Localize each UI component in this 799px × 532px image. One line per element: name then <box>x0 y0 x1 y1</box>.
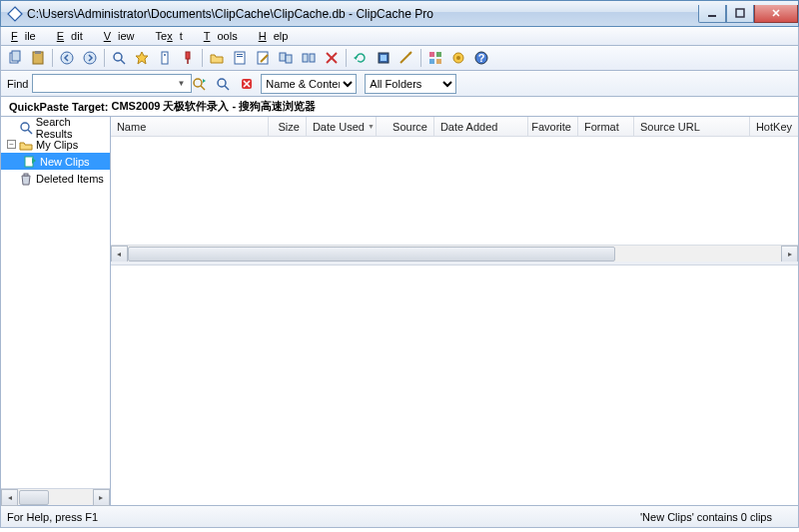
tree-label: My Clips <box>36 139 78 151</box>
tree-node-new-clips[interactable]: New Clips <box>1 153 110 170</box>
find-options-button[interactable] <box>213 74 233 94</box>
svg-text:?: ? <box>478 52 485 64</box>
sidebar-scrollbar[interactable]: ◂ ▸ <box>1 488 110 505</box>
chevron-down-icon[interactable]: ▼ <box>177 79 185 88</box>
svg-rect-2 <box>736 9 744 17</box>
menubar: File Edit View Text Tools Help <box>0 27 799 46</box>
forward-button[interactable] <box>79 47 101 69</box>
split-button[interactable] <box>298 47 320 69</box>
grid-view-button[interactable] <box>424 47 446 69</box>
separator-icon <box>202 49 203 67</box>
folder-tree[interactable]: Search Results − My Clips New Clips Dele… <box>1 117 110 488</box>
find-input[interactable] <box>32 74 192 93</box>
menu-view[interactable]: View <box>97 29 149 43</box>
svg-rect-19 <box>237 54 243 55</box>
svg-rect-33 <box>429 52 434 57</box>
find-scope-select[interactable]: Name & Content <box>261 74 357 94</box>
column-name[interactable]: Name <box>111 117 269 136</box>
find-label: Find <box>7 78 28 90</box>
separator-icon <box>420 49 421 67</box>
capture-button[interactable] <box>373 47 395 69</box>
merge-button[interactable] <box>275 47 297 69</box>
find-go-button[interactable] <box>189 74 209 94</box>
svg-marker-29 <box>354 56 357 60</box>
back-button[interactable] <box>56 47 78 69</box>
svg-line-45 <box>225 86 229 90</box>
list-header: Name Size Date Used▼ Source Date Added F… <box>111 117 798 137</box>
new-folder-button[interactable] <box>206 47 228 69</box>
column-size[interactable]: Size <box>269 117 307 136</box>
svg-rect-16 <box>186 52 190 59</box>
column-favorite[interactable]: Favorite <box>528 117 578 136</box>
search-button[interactable] <box>108 47 130 69</box>
folder-open-icon <box>19 138 33 152</box>
menu-text[interactable]: Text <box>149 29 197 43</box>
menu-file[interactable]: File <box>4 29 50 43</box>
scroll-right-icon[interactable]: ▸ <box>93 489 110 506</box>
scroll-track[interactable] <box>128 247 781 262</box>
sort-desc-icon: ▼ <box>368 123 375 130</box>
svg-point-38 <box>456 56 460 60</box>
scroll-left-icon[interactable]: ◂ <box>111 246 128 263</box>
tree-node-search-results[interactable]: Search Results <box>1 119 110 136</box>
edit-clip-button[interactable] <box>252 47 274 69</box>
window-title: C:\Users\Administrator\Documents\ClipCac… <box>27 7 698 21</box>
delete-button[interactable] <box>321 47 343 69</box>
copy-button[interactable] <box>4 47 26 69</box>
collapse-icon[interactable]: − <box>7 140 16 149</box>
scroll-left-icon[interactable]: ◂ <box>1 489 18 506</box>
column-source-url[interactable]: Source URL <box>634 117 750 136</box>
svg-rect-53 <box>24 174 28 176</box>
svg-marker-13 <box>136 52 148 64</box>
column-format[interactable]: Format <box>578 117 634 136</box>
list-body[interactable] <box>111 137 798 245</box>
close-button[interactable] <box>754 5 798 23</box>
statusbar: For Help, press F1 'New Clips' contains … <box>0 506 799 528</box>
list-scrollbar[interactable]: ◂ ▸ <box>111 245 798 262</box>
tree-node-deleted-items[interactable]: Deleted Items <box>1 170 110 187</box>
menu-tools[interactable]: Tools <box>197 29 252 43</box>
toolbar: ? <box>0 46 799 71</box>
svg-rect-25 <box>303 54 308 62</box>
options-button[interactable] <box>447 47 469 69</box>
menu-edit[interactable]: Edit <box>50 29 97 43</box>
svg-point-11 <box>114 53 122 61</box>
svg-rect-8 <box>35 51 41 54</box>
refresh-button[interactable] <box>350 47 372 69</box>
tree-label: Deleted Items <box>36 173 104 185</box>
svg-line-12 <box>121 60 125 64</box>
svg-rect-51 <box>25 157 33 167</box>
svg-point-10 <box>84 52 96 64</box>
column-date-added[interactable]: Date Added <box>434 117 528 136</box>
scroll-thumb[interactable] <box>19 490 49 505</box>
quickpaste-banner: QuickPaste Target: CMS2009 天极软件录入 - 搜狗高速… <box>0 97 799 117</box>
target-button[interactable] <box>396 47 417 69</box>
scroll-thumb[interactable] <box>128 247 615 262</box>
find-folder-select[interactable]: All Folders <box>365 74 456 94</box>
scroll-right-icon[interactable]: ▸ <box>781 246 798 263</box>
minimize-button[interactable] <box>698 5 726 23</box>
find-clear-button[interactable] <box>237 74 257 94</box>
app-icon <box>7 6 23 22</box>
tag-button[interactable] <box>154 47 176 69</box>
column-hotkey[interactable]: HotKey <box>750 117 798 136</box>
separator-icon <box>346 49 347 67</box>
maximize-button[interactable] <box>726 5 754 23</box>
paste-button[interactable] <box>27 47 49 69</box>
preview-pane[interactable] <box>111 265 798 505</box>
findbar: Find ▼ Name & Content All Folders <box>0 71 799 97</box>
column-source[interactable]: Source <box>377 117 434 136</box>
svg-rect-26 <box>310 54 315 62</box>
separator-icon <box>104 49 105 67</box>
column-date-used[interactable]: Date Used▼ <box>307 117 377 136</box>
svg-rect-34 <box>436 52 441 57</box>
favorite-button[interactable] <box>131 47 153 69</box>
new-clip-button[interactable] <box>229 47 251 69</box>
separator-icon <box>52 49 53 67</box>
svg-rect-21 <box>258 52 268 64</box>
help-button[interactable]: ? <box>470 47 492 69</box>
menu-help[interactable]: Help <box>252 29 303 43</box>
pin-button[interactable] <box>177 47 199 69</box>
trash-icon <box>19 172 33 186</box>
svg-line-42 <box>201 86 205 90</box>
